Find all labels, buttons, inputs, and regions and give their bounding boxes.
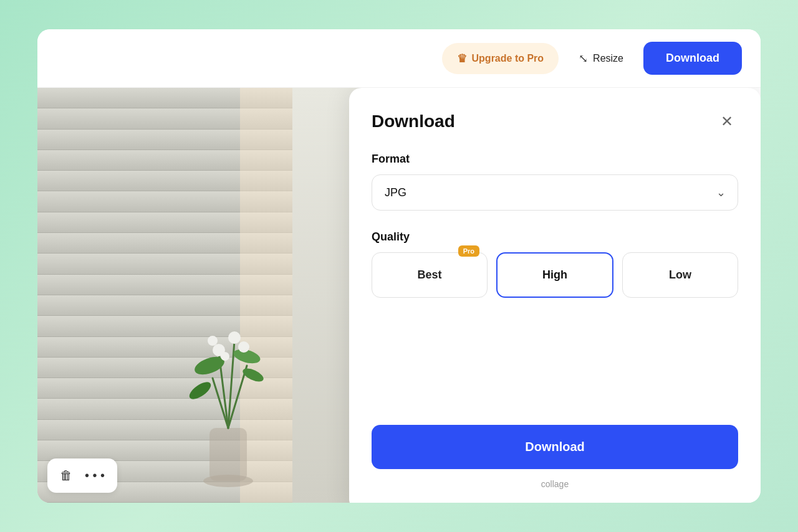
- format-select[interactable]: JPG PNG PDF SVG: [372, 174, 738, 211]
- download-header-button[interactable]: Download: [643, 42, 742, 75]
- upgrade-to-pro-button[interactable]: ♛ Upgrade to Pro: [442, 43, 559, 74]
- quality-section: Quality Pro Best High Low: [372, 230, 738, 298]
- quality-low-button[interactable]: Low: [622, 252, 738, 298]
- main-content: 🗑 • • • Download ✕ Format JPG: [37, 88, 761, 503]
- format-section: Format JPG PNG PDF SVG ⌄: [372, 153, 738, 211]
- close-icon: ✕: [721, 113, 733, 130]
- svg-rect-1: [209, 428, 247, 481]
- quality-high-label: High: [542, 268, 567, 281]
- delete-button[interactable]: 🗑: [56, 465, 76, 487]
- quality-high-button[interactable]: High: [496, 252, 613, 298]
- plant-decoration: [160, 303, 297, 503]
- more-options-button[interactable]: • • •: [81, 465, 108, 487]
- quality-options: Pro Best High Low: [372, 252, 738, 298]
- app-container: ♛ Upgrade to Pro ⤡ Resize Download: [37, 29, 761, 503]
- bottom-toolbar: 🗑 • • •: [47, 458, 117, 493]
- download-action-label: Download: [525, 440, 585, 454]
- download-header-label: Download: [666, 52, 719, 64]
- download-action-button[interactable]: Download: [372, 425, 738, 469]
- panel-title: Download: [372, 112, 455, 131]
- crown-icon: ♛: [457, 52, 467, 65]
- delete-icon: 🗑: [60, 468, 72, 483]
- download-panel: Download ✕ Format JPG PNG PDF SVG ⌄: [349, 88, 761, 503]
- image-area: 🗑 • • •: [37, 88, 387, 503]
- more-icon: • • •: [85, 468, 105, 483]
- quality-label: Quality: [372, 230, 738, 244]
- resize-icon: ⤡: [579, 52, 588, 65]
- blinds-image: [37, 88, 387, 503]
- resize-label: Resize: [593, 53, 623, 64]
- panel-header: Download ✕: [372, 110, 738, 133]
- svg-point-8: [186, 379, 213, 402]
- close-panel-button[interactable]: ✕: [716, 110, 738, 133]
- collage-label: collage: [372, 479, 738, 489]
- pro-badge: Pro: [458, 245, 479, 257]
- resize-button[interactable]: ⤡ Resize: [566, 43, 636, 74]
- svg-point-14: [221, 352, 229, 361]
- format-dropdown-wrapper: JPG PNG PDF SVG ⌄: [372, 174, 738, 211]
- svg-point-12: [208, 336, 218, 346]
- top-bar: ♛ Upgrade to Pro ⤡ Resize Download: [37, 29, 761, 88]
- upgrade-label: Upgrade to Pro: [472, 53, 544, 64]
- quality-best-button[interactable]: Pro Best: [372, 252, 488, 298]
- quality-best-label: Best: [417, 268, 441, 281]
- svg-point-11: [228, 331, 241, 344]
- svg-point-13: [238, 341, 249, 353]
- format-label: Format: [372, 153, 738, 166]
- quality-low-label: Low: [669, 268, 691, 281]
